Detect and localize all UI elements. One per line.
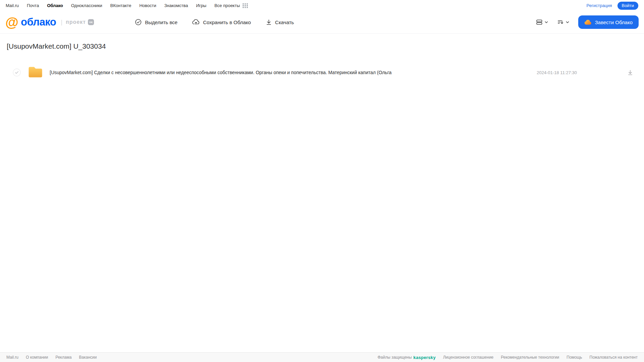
nav-item-oblako[interactable]: Облако — [47, 3, 63, 8]
footer-link-recommendations[interactable]: Рекомендательные технологии — [501, 355, 559, 360]
portal-nav-links: Mail.ru Почта Облако Одноклассники ВКонт… — [6, 3, 248, 8]
download-button[interactable]: Скачать — [266, 19, 294, 25]
create-cloud-button[interactable]: Завести Облако — [578, 15, 639, 29]
file-checkbox[interactable] — [13, 68, 21, 76]
kaspersky-protection: Файлы защищены kaspersky — [378, 355, 436, 360]
file-row[interactable]: [UsupovMarket.com] Сделки с несовершенно… — [7, 65, 637, 80]
cloud-icon — [584, 19, 592, 25]
nav-item-all-projects[interactable]: Все проекты — [214, 3, 248, 8]
file-list: [UsupovMarket.com] Сделки с несовершенно… — [7, 65, 637, 80]
footer-left-links: Mail.ru О компании Реклама Вакансии — [6, 355, 97, 360]
footer-link-help[interactable]: Помощь — [566, 355, 582, 360]
nav-item-novosti[interactable]: Новости — [139, 3, 156, 8]
footer-link-report[interactable]: Пожаловаться на контент — [590, 355, 638, 360]
logo-divider: | — [61, 19, 62, 26]
apps-grid-icon[interactable] — [243, 3, 248, 8]
nav-item-igry[interactable]: Игры — [196, 3, 206, 8]
select-all-label: Выделить все — [145, 19, 178, 25]
file-download-icon[interactable] — [627, 69, 633, 76]
portal-nav-auth: Регистрация Войти — [587, 2, 638, 10]
vk-logo-icon: VK — [88, 19, 94, 25]
cloud-upload-icon — [192, 19, 200, 25]
file-name[interactable]: [UsupovMarket.com] Сделки с несовершенно… — [50, 70, 537, 75]
mailru-at-icon: @ — [5, 15, 18, 29]
header-controls: Завести Облако — [536, 15, 639, 29]
login-button[interactable]: Войти — [617, 2, 638, 10]
app-header: @ облако | проект VK Выделить все Сохран… — [0, 11, 644, 33]
view-mode-icon — [536, 19, 543, 25]
footer-right-links: Файлы защищены kaspersky Лицензионное со… — [378, 355, 638, 360]
view-mode-dropdown[interactable] — [536, 19, 548, 25]
kaspersky-logo[interactable]: kaspersky — [413, 355, 436, 360]
file-toolbar: Выделить все Сохранить в Облако Скачать — [135, 19, 294, 25]
chevron-down-icon — [544, 20, 548, 24]
create-cloud-label: Завести Облако — [595, 19, 633, 25]
folder-icon — [28, 65, 43, 80]
footer-link-jobs[interactable]: Вакансии — [79, 355, 97, 360]
main-content: [UsupovMarket.com] U_303034 — [0, 42, 644, 80]
footer-link-ads[interactable]: Реклама — [55, 355, 71, 360]
nav-item-mailru[interactable]: Mail.ru — [6, 3, 19, 8]
footer-link-license[interactable]: Лицензионное соглашение — [443, 355, 493, 360]
nav-item-znakomstva[interactable]: Знакомства — [164, 3, 188, 8]
sort-icon — [557, 19, 564, 25]
portal-nav: Mail.ru Почта Облако Одноклассники ВКонт… — [0, 0, 644, 11]
chevron-down-icon — [565, 20, 569, 24]
files-protected-label: Файлы защищены — [378, 355, 412, 360]
sort-dropdown[interactable] — [557, 19, 569, 25]
footer-link-company[interactable]: О компании — [26, 355, 48, 360]
download-label: Скачать — [275, 19, 294, 25]
download-icon — [266, 19, 272, 25]
check-circle-icon — [135, 19, 142, 25]
save-to-cloud-button[interactable]: Сохранить в Облако — [192, 19, 251, 25]
nav-item-pochta[interactable]: Почта — [27, 3, 39, 8]
save-to-cloud-label: Сохранить в Облако — [203, 19, 251, 25]
cloud-logo-text: облако — [21, 16, 56, 28]
registration-link[interactable]: Регистрация — [587, 3, 612, 8]
nav-item-odnoklassniki[interactable]: Одноклассники — [71, 3, 102, 8]
select-all-button[interactable]: Выделить все — [135, 19, 178, 25]
all-projects-label: Все проекты — [214, 3, 240, 8]
file-date: 2024-01-18 11:27:30 — [537, 70, 577, 75]
page-title: [UsupovMarket.com] U_303034 — [7, 42, 637, 50]
footer-link-mailru[interactable]: Mail.ru — [6, 355, 18, 360]
nav-item-vkontakte[interactable]: ВКонтакте — [110, 3, 132, 8]
project-vk-label: проект — [66, 19, 86, 25]
footer: Mail.ru О компании Реклама Вакансии Файл… — [0, 352, 644, 362]
cloud-logo[interactable]: @ облако | проект VK — [5, 15, 94, 29]
